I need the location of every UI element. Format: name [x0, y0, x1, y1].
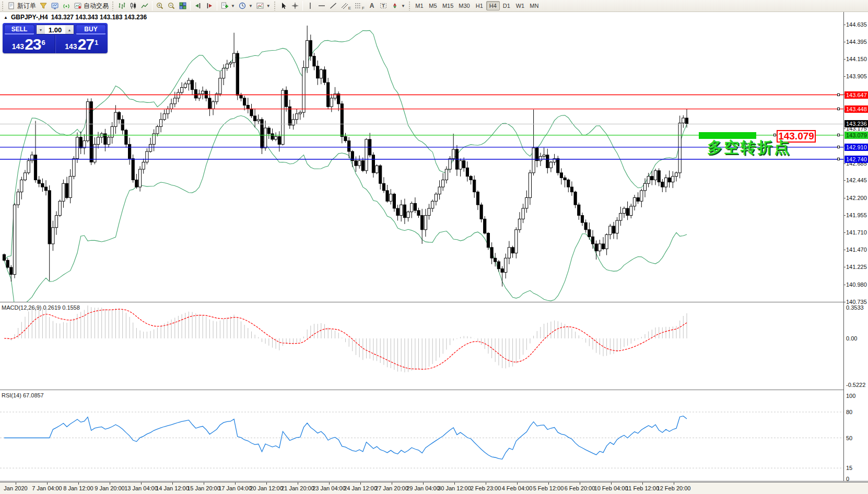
- crosshair-icon: [291, 2, 299, 10]
- trendline-icon: [329, 2, 337, 10]
- cursor-button[interactable]: [278, 1, 289, 11]
- object-handle[interactable]: [837, 146, 840, 148]
- fibonacci-sub-glyph: F: [362, 6, 365, 10]
- signals-icon: [62, 2, 71, 10]
- axis-tick-mark: [843, 215, 846, 216]
- autotrading-button[interactable]: 自动交易: [72, 1, 110, 11]
- date-tick-label: 8 Jan 12:00: [63, 485, 93, 491]
- timeframe-button-MN[interactable]: MN: [527, 1, 541, 10]
- bar-chart-button[interactable]: [116, 1, 127, 11]
- volume-decrease-button[interactable]: ▼: [37, 25, 45, 34]
- new-order-icon: [7, 2, 16, 10]
- trendline-button[interactable]: [327, 1, 339, 11]
- arrows-button[interactable]: ▼: [389, 1, 407, 11]
- periods-button[interactable]: ▼: [237, 1, 254, 11]
- buy-price[interactable]: 143 27 1: [55, 35, 108, 53]
- rsi-label: RSI(14) 67.0857: [2, 392, 44, 398]
- toolbar-chart-type-group: [116, 1, 150, 11]
- fibonacci-button[interactable]: F: [353, 1, 366, 11]
- price-tick-label: 144.635: [846, 21, 867, 28]
- collapse-triangle-icon[interactable]: ▲: [4, 15, 8, 20]
- text-label-button[interactable]: T: [378, 1, 389, 11]
- toolbar-timeframes: M1M5M15M30H1H4D1W1MN: [413, 1, 541, 10]
- tile-windows-icon: [179, 2, 187, 10]
- candlestick-chart-button[interactable]: [127, 1, 139, 11]
- date-tick-mark: [580, 483, 580, 485]
- price-tick-label: -0.5222: [846, 382, 865, 388]
- market-watch-button[interactable]: [49, 1, 61, 11]
- timeframe-button-M30[interactable]: M30: [456, 1, 472, 10]
- price-tag: 143.236: [844, 120, 868, 127]
- object-handle[interactable]: [837, 108, 840, 110]
- horizontal-line-button[interactable]: [316, 1, 327, 11]
- date-tick-label: 11 Feb 12:00: [626, 485, 659, 491]
- date-tick-mark: [141, 483, 142, 485]
- rsi-pane[interactable]: [0, 391, 843, 481]
- chart-shift-button[interactable]: [204, 1, 215, 11]
- zoom-out-icon: [167, 2, 175, 10]
- vertical-line-button[interactable]: [304, 1, 316, 11]
- turning-point-annotation[interactable]: 多空转折点: [707, 137, 796, 158]
- volume-increase-button[interactable]: ▲: [65, 25, 74, 34]
- date-tick-mark: [298, 483, 298, 485]
- tile-windows-button[interactable]: [177, 1, 189, 11]
- date-axis[interactable]: Jan 20207 Jan 04:008 Jan 12:009 Jan 20:0…: [0, 483, 868, 494]
- date-tick-mark: [16, 483, 16, 485]
- sell-button[interactable]: SELL: [4, 25, 34, 34]
- text-icon: A: [368, 2, 376, 10]
- timeframe-button-M1[interactable]: M1: [413, 1, 426, 10]
- templates-button[interactable]: ▼: [254, 1, 272, 11]
- price-axis[interactable]: 144.635144.395144.150143.905143.660143.4…: [843, 12, 868, 481]
- object-handle[interactable]: [837, 158, 840, 160]
- buy-button[interactable]: BUY: [76, 25, 106, 34]
- symbol-period-label: GBPJPY-,H4: [11, 14, 48, 21]
- cursor-icon: [279, 2, 288, 10]
- price-tick-label: 0.00: [846, 335, 857, 342]
- volume-input[interactable]: 1.00: [45, 25, 65, 34]
- timeframe-button-H1[interactable]: H1: [473, 1, 486, 10]
- new-order-button[interactable]: 新订单: [6, 1, 38, 11]
- signals-button[interactable]: [61, 1, 72, 11]
- zoom-in-button[interactable]: [154, 1, 166, 11]
- date-tick-mark: [392, 483, 392, 485]
- charts-funnel-button[interactable]: [38, 1, 49, 11]
- svg-text:T: T: [382, 3, 385, 8]
- object-handle[interactable]: [837, 134, 840, 136]
- timeframe-button-H4[interactable]: H4: [486, 1, 500, 10]
- fibonacci-icon: [354, 2, 362, 10]
- auto-scroll-button[interactable]: [192, 1, 204, 11]
- sell-price[interactable]: 143 23 6: [3, 35, 55, 53]
- one-click-prices: 143 23 6 143 27 1: [3, 35, 108, 53]
- timeframe-button-D1[interactable]: D1: [500, 1, 513, 10]
- text-button[interactable]: A: [366, 1, 378, 11]
- indicators-button[interactable]: ▼: [219, 1, 237, 11]
- line-chart-button[interactable]: [139, 1, 150, 11]
- price-tick-label: 143.905: [846, 73, 867, 79]
- dropdown-caret-icon: ▼: [231, 4, 235, 8]
- toolbar: 新订单自动交易 ▼▼▼ EFAT▼ M1M5M15M30H1H4D1W1MN: [0, 0, 868, 12]
- object-handle[interactable]: [837, 93, 840, 96]
- equidistant-channel-button[interactable]: E: [339, 1, 353, 11]
- object-handle[interactable]: [773, 134, 776, 136]
- date-tick-label: Jan 2020: [4, 485, 27, 491]
- date-tick-label: 12 Feb 20:00: [657, 485, 691, 491]
- zoom-out-button[interactable]: [166, 1, 177, 11]
- axis-tick-mark: [843, 163, 846, 164]
- axis-tick-mark: [843, 198, 846, 198]
- crosshair-button[interactable]: [289, 1, 301, 11]
- macd-pane[interactable]: [0, 303, 843, 390]
- dropdown-caret-icon: ▼: [266, 4, 271, 8]
- timeframe-button-W1[interactable]: W1: [513, 1, 527, 10]
- indicators-icon: [220, 2, 229, 10]
- axis-tick-mark: [843, 302, 846, 302]
- toolbar-drag-handle[interactable]: [1, 2, 5, 10]
- axis-tick-mark: [843, 285, 846, 285]
- price-tick-label: 144.395: [846, 39, 867, 45]
- toolbar-drag-handle[interactable]: [408, 2, 412, 10]
- toolbar-drag-handle[interactable]: [273, 2, 277, 10]
- toolbar-drag-handle[interactable]: [111, 2, 115, 10]
- date-tick-mark: [517, 483, 518, 485]
- timeframe-button-M15[interactable]: M15: [440, 1, 456, 10]
- timeframe-button-M5[interactable]: M5: [426, 1, 440, 10]
- chart-window[interactable]: ▲ GBPJPY-,H4 143.327 143.343 143.183 143…: [0, 12, 868, 494]
